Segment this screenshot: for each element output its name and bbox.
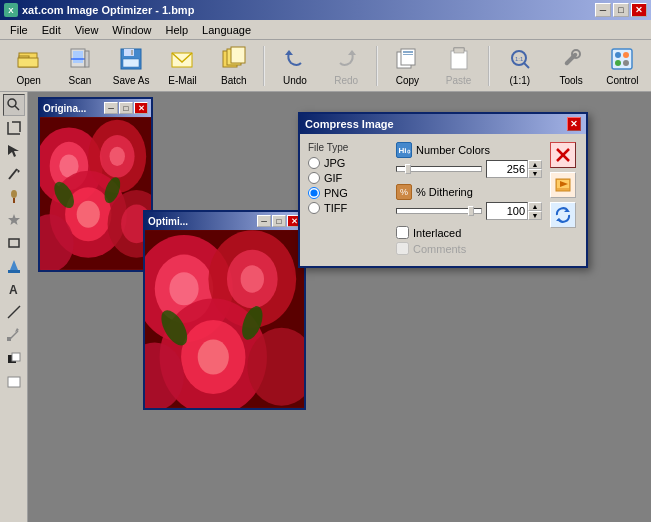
refresh-icon [554,206,572,224]
tool-brush[interactable] [3,186,25,208]
zoom-button[interactable]: 1:1 (1:1) [495,43,544,89]
svg-rect-6 [85,51,89,67]
menu-edit[interactable]: Edit [36,22,67,38]
interlaced-checkbox[interactable] [396,226,409,239]
menu-language[interactable]: Language [196,22,257,38]
optimized-minimize[interactable]: ─ [257,215,271,227]
toolbar: Open Scan Save As [0,40,651,92]
redo-icon [332,45,360,73]
copy-label: Copy [396,75,419,86]
svg-rect-10 [123,59,139,67]
comments-label: Comments [413,243,466,255]
undo-button[interactable]: Undo [270,43,319,89]
dialog-titlebar[interactable]: Compress Image ✕ [300,114,586,134]
svg-rect-22 [451,51,467,69]
open-button[interactable]: Open [4,43,53,89]
dithering-slider[interactable] [396,208,482,214]
tool-star[interactable] [3,209,25,231]
tool-magic[interactable] [3,324,25,346]
email-button[interactable]: E-Mail [158,43,207,89]
tools-label: Tools [559,75,582,86]
optimized-titlebar[interactable]: Optimi... ─ □ ✕ [145,212,304,230]
saveas-button[interactable]: Save As [107,43,156,89]
spinner-up[interactable]: ▲ [528,160,542,169]
interlaced-label: Interlaced [413,227,461,239]
preview-action-button[interactable] [550,172,576,198]
zoom-label: (1:1) [510,75,531,86]
separator-3 [488,46,490,86]
scan-icon [66,45,94,73]
dithering-spinner[interactable]: ▲ ▼ [486,202,542,220]
svg-point-30 [615,52,621,58]
tool-background[interactable] [3,370,25,392]
tools-button[interactable]: Tools [546,43,595,89]
menu-view[interactable]: View [69,22,105,38]
radio-jpg[interactable]: JPG [308,157,388,169]
control-button[interactable]: Control [598,43,647,89]
number-colors-slider-row: ▲ ▼ [396,160,542,178]
radio-gif[interactable]: GIF [308,172,388,184]
scan-button[interactable]: Scan [55,43,104,89]
radio-png[interactable]: PNG [308,187,388,199]
dialog-close-button[interactable]: ✕ [567,117,581,131]
original-maximize[interactable]: □ [119,102,133,114]
tool-select[interactable] [3,140,25,162]
optimized-content [145,230,304,408]
tool-rect[interactable] [3,232,25,254]
tool-pencil[interactable] [3,163,25,185]
original-titlebar[interactable]: Origina... ─ □ ✕ [40,99,151,117]
left-toolbar: A [0,92,28,522]
menu-help[interactable]: Help [159,22,194,38]
tool-fill[interactable] [3,255,25,277]
dithering-input[interactable] [486,202,528,220]
svg-rect-23 [454,48,464,53]
tool-crop[interactable] [3,117,25,139]
app-icon: X [4,3,18,17]
batch-icon [220,45,248,73]
optimized-title: Optimi... [148,216,188,227]
delete-action-button[interactable] [550,142,576,168]
number-colors-input[interactable] [486,160,528,178]
number-colors-slider[interactable] [396,166,482,172]
menu-file[interactable]: File [4,22,34,38]
tool-foreground[interactable] [3,347,25,369]
number-colors-row: Hi₀ Number Colors [396,142,542,178]
canvas-area: Origina... ─ □ ✕ [28,92,651,522]
svg-rect-19 [403,51,413,53]
separator-1 [263,46,265,86]
copy-button[interactable]: Copy [383,43,432,89]
scan-label: Scan [69,75,92,86]
comments-row: Comments [396,242,542,255]
tool-line[interactable] [3,301,25,323]
number-colors-spinner[interactable]: ▲ ▼ [486,160,542,178]
interlaced-row[interactable]: Interlaced [396,226,542,239]
dithering-down[interactable]: ▼ [528,211,542,220]
minimize-button[interactable]: ─ [595,3,611,17]
redo-button[interactable]: Redo [322,43,371,89]
batch-button[interactable]: Batch [209,43,258,89]
radio-tiff[interactable]: TIFF [308,202,388,214]
tool-text[interactable]: A [3,278,25,300]
dithering-spinner-buttons: ▲ ▼ [528,202,542,220]
paste-button[interactable]: Paste [434,43,483,89]
spinner-down[interactable]: ▼ [528,169,542,178]
original-title: Origina... [43,103,86,114]
close-button[interactable]: ✕ [631,3,647,17]
original-minimize[interactable]: ─ [104,102,118,114]
original-content [40,117,151,270]
saveas-label: Save As [113,75,150,86]
optimized-maximize[interactable]: □ [272,215,286,227]
refresh-action-button[interactable] [550,202,576,228]
maximize-button[interactable]: □ [613,3,629,17]
open-label: Open [16,75,40,86]
svg-rect-2 [18,58,38,67]
optimized-window[interactable]: Optimi... ─ □ ✕ [143,210,306,410]
dithering-up[interactable]: ▲ [528,202,542,211]
tool-zoom[interactable] [3,94,25,116]
original-close[interactable]: ✕ [134,102,148,114]
menu-window[interactable]: Window [106,22,157,38]
original-window[interactable]: Origina... ─ □ ✕ [38,97,153,272]
number-colors-header: Hi₀ Number Colors [396,142,542,158]
file-type-label: File Type [308,142,388,153]
zoom-icon: 1:1 [506,45,534,73]
